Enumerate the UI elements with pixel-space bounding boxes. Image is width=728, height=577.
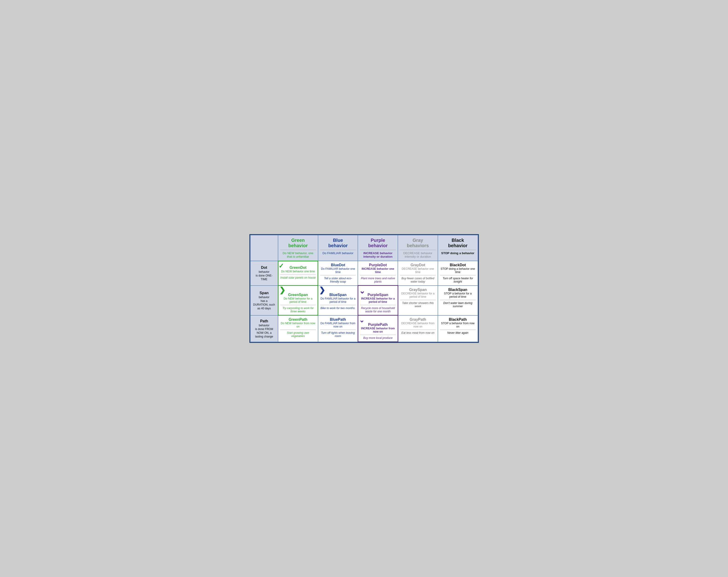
graydot-desc: DECREASE behavior one time <box>400 267 436 274</box>
blackdot-cell: BlackDot STOP doing a behavior one time … <box>438 261 478 285</box>
purplepath-desc: INCREASE behavior from now on <box>360 327 396 333</box>
purplespan-title: PurpleSpan <box>360 293 396 297</box>
dot-row-sub2: is done ONE-TIME <box>256 274 272 281</box>
greenpath-cell: GreenPath Do NEW behavior from now on St… <box>278 316 318 342</box>
bluedot-desc: Do FAMILIAR behavior one time <box>320 267 356 274</box>
greenspan-cell: ❯ GreenSpan Do NEW behavior for a period… <box>278 285 318 316</box>
greenpath-example: Start growing own vegetables <box>280 331 316 338</box>
dot-row-sub1: behavior <box>259 270 269 274</box>
col-subtitle-blue: Do FAMILIAR behavior <box>320 251 356 255</box>
purple-arrow-icon: ⌄ <box>359 287 365 295</box>
path-row-sub2: is done FROM NOW ON, a lasting change <box>255 327 273 338</box>
blackpath-cell: BlackPath STOP a behavior from now on Ne… <box>438 316 478 342</box>
greenspan-title: GreenSpan <box>280 293 316 297</box>
bluespan-cell: ❯ BlueSpan Do FAMILIAR behavior for a pe… <box>318 285 358 316</box>
purplespan-desc: INCREASE behavior for a period of time <box>360 297 396 303</box>
col-title-green: Green <box>280 237 316 243</box>
greendot-title: GreenDot <box>280 266 316 270</box>
graypath-example: Eat less meat from now on <box>400 331 436 334</box>
bluespan-example: Bike to work for two months. <box>320 306 356 310</box>
purpledot-desc: INCREASE behavior one time <box>360 267 396 274</box>
dot-row-header: Dot behavior is done ONE-TIME <box>250 261 278 285</box>
span-row: Span behavior has a DURATION, such as 40… <box>250 285 478 316</box>
col-title-black: Black <box>440 237 476 243</box>
purplespan-example: Recycle more of household waste for one … <box>360 306 396 313</box>
greendot-cell: ✓ GreenDot Do NEW behavior one time Inst… <box>278 261 318 285</box>
span-row-header: Span behavior has a DURATION, such as 40… <box>250 285 278 316</box>
bluepath-desc: Do FAMILIAR behavior from now on <box>320 322 356 328</box>
behavior-table: Green behavior Do NEW behavior, one that… <box>250 235 478 343</box>
col-title-purple: Purple <box>360 237 396 243</box>
col-title2-black: behavior <box>440 243 476 248</box>
purplepath-title: PurplePath <box>360 323 396 327</box>
dot-row: Dot behavior is done ONE-TIME ✓ GreenDot… <box>250 261 478 285</box>
bluedot-title: BlueDot <box>320 263 356 267</box>
col-title2-purple: behavior <box>360 243 396 248</box>
grayspan-desc: DECREASE behavior for a period of time <box>400 292 436 298</box>
greenspan-desc: Do NEW behavior for a period of time <box>280 297 316 303</box>
bluespan-desc: Do FAMILIAR behavior for a period of tim… <box>320 297 356 303</box>
grayspan-title: GraySpan <box>400 288 436 292</box>
blackdot-example: Turn off space heater for tonight <box>440 277 476 283</box>
blackdot-title: BlackDot <box>440 263 476 267</box>
bluedot-example: Tell a sister about eco-friendly soap <box>320 277 356 283</box>
col-title2-gray: behaviors <box>400 243 436 248</box>
col-subtitle-green: Do NEW behavior, one that is unfamiliar <box>280 251 316 258</box>
grayspan-example: Take shorter showers this week <box>400 301 436 308</box>
col-title-gray: Gray <box>400 237 436 243</box>
col-header-green: Green behavior Do NEW behavior, one that… <box>278 235 318 261</box>
col-subtitle-black: STOP doing a behavior <box>440 251 476 255</box>
blackspan-title: BlackSpan <box>440 288 476 292</box>
col-subtitle-purple: INCREASE behavior intensity or duration <box>360 251 396 258</box>
blue-arrow-icon: ❯ <box>319 286 325 294</box>
span-row-title: Span <box>259 291 268 295</box>
graydot-title: GrayDot <box>400 263 436 267</box>
blackpath-example: Never litter again <box>440 331 476 334</box>
blackspan-example: Don't water lawn during summer <box>440 301 476 308</box>
purpledot-cell: PurpleDot INCREASE behavior one time Pla… <box>358 261 398 285</box>
blackpath-desc: STOP a behavior from now on <box>440 322 476 328</box>
bluespan-title: BlueSpan <box>320 293 356 297</box>
greendot-example: Install solar panels on house <box>280 276 316 279</box>
purple-chevron-icon: ⌄ <box>359 317 364 324</box>
path-row: Path behavior is done FROM NOW ON, a las… <box>250 316 478 342</box>
greenpath-title: GreenPath <box>280 318 316 322</box>
blackspan-desc: STOP a behavior for a period of time <box>440 292 476 298</box>
path-row-header: Path behavior is done FROM NOW ON, a las… <box>250 316 278 342</box>
col-header-gray: Gray behaviors DECREASE behavior intensi… <box>398 235 438 261</box>
greendot-desc: Do NEW behavior one time <box>280 270 316 273</box>
col-header-purple: Purple behavior INCREASE behavior intens… <box>358 235 398 261</box>
span-row-sub2: has a DURATION, such as 40 days <box>253 299 275 310</box>
purplespan-cell: ⌄ PurpleSpan INCREASE behavior for a per… <box>358 285 398 316</box>
green-arrow-icon: ❯ <box>279 286 285 294</box>
blackdot-desc: STOP doing a behavior one time <box>440 267 476 274</box>
graydot-cell: GrayDot DECREASE behavior one time Buy f… <box>398 261 438 285</box>
dot-row-title: Dot <box>261 266 267 270</box>
path-row-sub1: behavior <box>259 324 269 327</box>
col-title-blue: Blue <box>320 237 356 243</box>
bluedot-cell: BlueDot Do FAMILIAR behavior one time Te… <box>318 261 358 285</box>
empty-header <box>250 235 278 261</box>
col-title2-green: behavior <box>280 243 316 248</box>
purpledot-title: PurpleDot <box>360 263 396 267</box>
span-row-sub1: behavior <box>259 296 269 299</box>
purplepath-cell: ⌄ PurplePath INCREASE behavior from now … <box>358 316 398 342</box>
graypath-desc: DECREASE behavior from now on <box>400 322 436 328</box>
blackpath-title: BlackPath <box>440 318 476 322</box>
blackspan-cell: BlackSpan STOP a behavior for a period o… <box>438 285 478 316</box>
col-subtitle-gray: DECREASE behavior intensity or duration <box>400 251 436 258</box>
bluepath-cell: BluePath Do FAMILIAR behavior from now o… <box>318 316 358 342</box>
green-checkmark-icon: ✓ <box>279 263 284 269</box>
bluepath-example: Turn off lights when leaving room <box>320 331 356 338</box>
col-header-blue: Blue behavior Do FAMILIAR behavior <box>318 235 358 261</box>
bluepath-title: BluePath <box>320 318 356 322</box>
greenpath-desc: Do NEW behavior from now on <box>280 322 316 328</box>
col-title2-blue: behavior <box>320 243 356 248</box>
graydot-example: Buy fewer cases of bottled water today <box>400 277 436 283</box>
greenspan-example: Try carpooling to work for three weeks <box>280 306 316 313</box>
grayspan-cell: GraySpan DECREASE behavior for a period … <box>398 285 438 316</box>
col-header-black: Black behavior STOP doing a behavior <box>438 235 478 261</box>
purpledot-example: Plant more trees and native plants <box>360 277 396 283</box>
graypath-cell: GrayPath DECREASE behavior from now on E… <box>398 316 438 342</box>
main-table-wrapper: Green behavior Do NEW behavior, one that… <box>250 234 479 343</box>
